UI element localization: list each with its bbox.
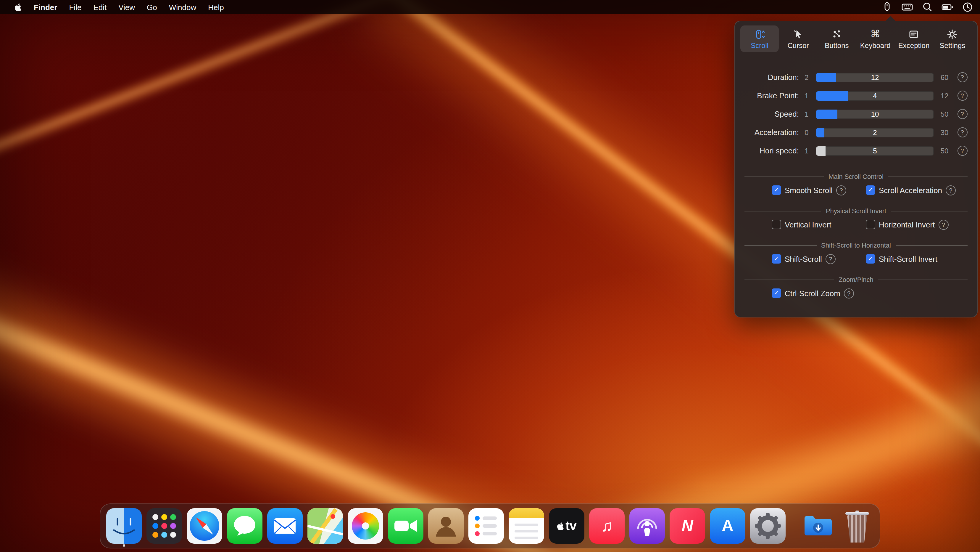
dock: tv ♫ N A xyxy=(100,503,880,549)
section-zoom-pinch: Zoom/Pinch xyxy=(745,276,967,283)
command-icon: ⌘ xyxy=(870,29,880,40)
ctrl-scroll-zoom-checkbox[interactable] xyxy=(772,289,781,298)
dock-mail-icon[interactable] xyxy=(267,508,303,544)
mos-preferences-popover: Scroll Cursor Buttons ⌘ Keyboard Excepti… xyxy=(734,21,978,317)
help-icon[interactable]: ? xyxy=(957,72,967,82)
dock-app-store-icon[interactable]: A xyxy=(710,508,745,544)
section-physical-scroll-invert: Physical Scroll Invert xyxy=(745,207,967,214)
checkbox-label: Smooth Scroll xyxy=(785,186,833,195)
tab-keyboard[interactable]: ⌘ Keyboard xyxy=(856,26,894,52)
slider-label: Brake Point: xyxy=(736,91,799,100)
tab-settings[interactable]: Settings xyxy=(933,26,972,52)
tab-cursor[interactable]: Cursor xyxy=(779,26,817,52)
mouse-icon[interactable] xyxy=(881,1,894,14)
slider-value: 2 xyxy=(816,128,934,137)
dock-launchpad-icon[interactable] xyxy=(146,508,182,544)
shift-scroll-checkbox[interactable] xyxy=(772,254,781,263)
dock-news-icon[interactable]: N xyxy=(670,508,705,544)
help-icon[interactable]: ? xyxy=(844,288,854,298)
slider-value: 10 xyxy=(816,109,934,119)
slider-min: 1 xyxy=(799,91,814,100)
apple-menu[interactable] xyxy=(7,3,28,11)
checkbox-label: Horizontal Invert xyxy=(879,220,935,229)
checkbox-row: Shift-Scroll ? Shift-Scroll Invert xyxy=(735,250,977,268)
menu-app-name[interactable]: Finder xyxy=(28,0,63,14)
checkbox-label: Ctrl-Scroll Zoom xyxy=(785,289,840,298)
checkbox-label: Shift-Scroll Invert xyxy=(879,254,937,263)
menu-file[interactable]: File xyxy=(63,0,87,14)
slider-max: 50 xyxy=(935,110,953,118)
popover-arrow xyxy=(885,16,896,21)
dock-downloads-folder-icon[interactable] xyxy=(800,508,836,544)
help-icon[interactable]: ? xyxy=(957,127,967,137)
menu-window[interactable]: Window xyxy=(163,0,202,14)
tab-scroll[interactable]: Scroll xyxy=(740,26,779,52)
clock-icon[interactable] xyxy=(961,1,974,14)
slider-row-hori-speed: Hori speed: 1 5 50 ? xyxy=(735,142,977,160)
slider-value: 12 xyxy=(816,73,934,82)
slider-label: Speed: xyxy=(736,110,799,118)
acceleration-slider[interactable]: 2 xyxy=(816,128,934,137)
tab-bar: Scroll Cursor Buttons ⌘ Keyboard Excepti… xyxy=(735,21,977,52)
tab-label: Exception xyxy=(898,41,929,50)
brake-point-slider[interactable]: 4 xyxy=(816,91,934,101)
tab-buttons[interactable]: Buttons xyxy=(818,26,856,52)
dock-safari-icon[interactable] xyxy=(187,508,222,544)
menu-bar-status-area xyxy=(881,1,980,14)
dock-podcasts-icon[interactable] xyxy=(629,508,665,544)
menu-go[interactable]: Go xyxy=(141,0,163,14)
vertical-invert-checkbox[interactable] xyxy=(772,220,781,229)
dock-messages-icon[interactable] xyxy=(227,508,262,544)
tab-label: Scroll xyxy=(751,41,768,50)
hori-speed-slider[interactable]: 5 xyxy=(816,146,934,155)
help-icon[interactable]: ? xyxy=(826,254,835,264)
checkbox-row: Ctrl-Scroll Zoom ? xyxy=(735,284,977,302)
app-store-glyph: A xyxy=(722,517,733,535)
tab-exception[interactable]: Exception xyxy=(894,26,933,52)
help-icon[interactable]: ? xyxy=(957,91,967,101)
slider-min: 1 xyxy=(799,147,814,155)
help-icon[interactable]: ? xyxy=(957,146,967,156)
scroll-tab-icon xyxy=(754,29,765,40)
slider-row-duration: Duration: 2 12 60 ? xyxy=(735,68,977,86)
menu-view[interactable]: View xyxy=(113,0,141,14)
dock-facetime-icon[interactable] xyxy=(388,508,423,544)
apple-logo-icon xyxy=(14,3,22,11)
help-icon[interactable]: ? xyxy=(957,109,967,119)
search-icon[interactable] xyxy=(921,1,934,14)
dock-finder-icon[interactable] xyxy=(106,508,142,544)
slider-value: 5 xyxy=(816,146,934,155)
smooth-scroll-checkbox[interactable] xyxy=(772,185,781,195)
dock-system-settings-icon[interactable] xyxy=(750,508,786,544)
menu-bar: Finder File Edit View Go Window Help xyxy=(0,0,980,14)
checkbox-label: Scroll Acceleration xyxy=(879,186,942,195)
dock-music-icon[interactable]: ♫ xyxy=(589,508,625,544)
menu-help[interactable]: Help xyxy=(202,0,230,14)
horizontal-invert-checkbox[interactable] xyxy=(866,220,875,229)
slider-max: 50 xyxy=(935,147,953,155)
speed-slider[interactable]: 10 xyxy=(816,109,934,119)
dock-contacts-icon[interactable] xyxy=(428,508,464,544)
exception-tab-icon xyxy=(908,29,920,40)
dock-maps-icon[interactable] xyxy=(307,508,343,544)
slider-label: Acceleration: xyxy=(736,128,799,137)
shift-scroll-invert-checkbox[interactable] xyxy=(866,254,875,263)
dock-notes-icon[interactable] xyxy=(509,508,544,544)
slider-max: 12 xyxy=(935,91,953,100)
tab-label: Settings xyxy=(940,41,966,50)
cursor-tab-icon xyxy=(792,29,804,40)
dock-tv-icon[interactable]: tv xyxy=(549,508,584,544)
help-icon[interactable]: ? xyxy=(938,219,948,230)
scroll-acceleration-checkbox[interactable] xyxy=(866,185,875,195)
keyboard-viewer-icon[interactable] xyxy=(901,1,914,14)
dock-photos-icon[interactable] xyxy=(348,508,383,544)
duration-slider[interactable]: 12 xyxy=(816,73,934,82)
dock-separator xyxy=(793,509,793,542)
help-icon[interactable]: ? xyxy=(836,185,846,195)
slider-min: 0 xyxy=(799,128,814,137)
dock-trash-icon[interactable] xyxy=(841,508,874,544)
menu-edit[interactable]: Edit xyxy=(87,0,113,14)
dock-reminders-icon[interactable] xyxy=(468,508,504,544)
battery-icon[interactable] xyxy=(941,1,954,14)
help-icon[interactable]: ? xyxy=(946,185,956,195)
